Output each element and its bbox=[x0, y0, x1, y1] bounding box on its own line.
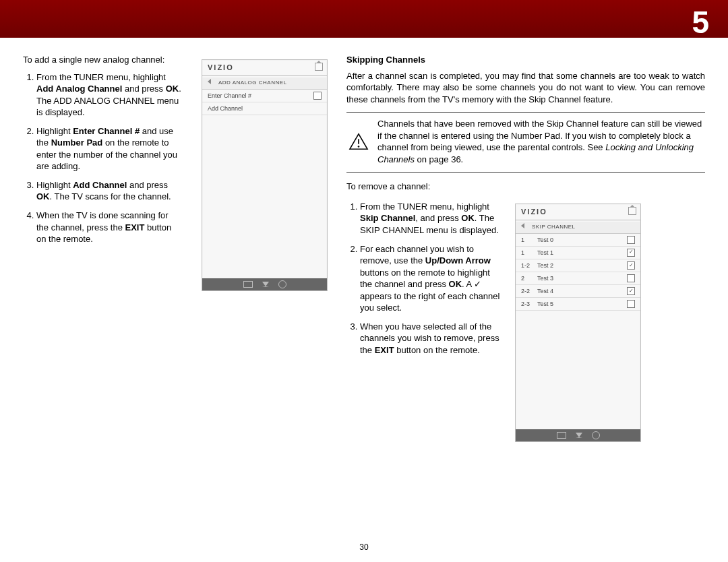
right-paragraph: After a channel scan is completed, you m… bbox=[346, 70, 705, 106]
channel-name: Test 4 bbox=[537, 287, 623, 295]
back-icon bbox=[521, 223, 524, 228]
tv-row-enter-channel: Enter Channel # bbox=[202, 90, 327, 102]
channel-name: Test 2 bbox=[537, 261, 623, 270]
tv-menu-title: SKIP CHANNEL bbox=[516, 222, 640, 234]
channel-name: Test 0 bbox=[537, 236, 623, 244]
channel-number: 2-2 bbox=[521, 287, 533, 295]
tv-add-analog-channel: VIZIO ADD ANALOG CHANNEL Enter Channel #… bbox=[202, 59, 328, 291]
home-icon bbox=[315, 63, 323, 71]
channel-name: Test 1 bbox=[537, 249, 623, 257]
back-icon bbox=[208, 79, 211, 84]
right-step-3: When you have selected all of the channe… bbox=[360, 321, 502, 356]
chapter-number: 5 bbox=[692, 1, 709, 43]
channel-number: 2 bbox=[521, 274, 533, 282]
left-intro: To add a single new analog channel: bbox=[23, 54, 181, 66]
tv-footer-bar bbox=[202, 278, 327, 290]
channel-number: 1 bbox=[521, 236, 533, 244]
channel-name: Test 3 bbox=[537, 274, 623, 282]
tv-channel-row: 1-2Test 2✓ bbox=[516, 259, 640, 272]
left-step-2: Highlight Enter Channel # and use the Nu… bbox=[36, 125, 181, 173]
caution-icon bbox=[346, 118, 371, 165]
v-icon bbox=[262, 282, 269, 287]
wide-icon bbox=[243, 281, 253, 288]
tv-channel-row: 2-2Test 4✓ bbox=[516, 285, 640, 298]
channel-number: 1 bbox=[521, 249, 533, 257]
right-step-2: For each channel you wish to remove, use… bbox=[360, 243, 502, 314]
tv-screenshot-skip-channel: VIZIO SKIP CHANNEL 1Test 01Test 1✓1-2Tes… bbox=[515, 198, 640, 442]
gear-icon bbox=[278, 280, 286, 288]
channel-number: 1-2 bbox=[521, 261, 533, 270]
caution-note: Channels that have been removed with the… bbox=[346, 112, 705, 173]
tv-channel-row: 2Test 3 bbox=[516, 272, 640, 285]
checkbox-icon bbox=[627, 300, 635, 308]
checkbox-icon: ✓ bbox=[627, 261, 635, 270]
tv-footer-bar bbox=[516, 429, 640, 441]
tv-channel-row: 1Test 1✓ bbox=[516, 247, 640, 259]
checkbox-icon bbox=[627, 274, 635, 282]
checkbox-icon: ✓ bbox=[627, 287, 635, 295]
checkbox-icon bbox=[627, 236, 635, 244]
tv-menu-title: ADD ANALOG CHANNEL bbox=[202, 77, 327, 90]
chapter-band: 5 bbox=[0, 0, 728, 38]
channel-number: 2-3 bbox=[521, 300, 533, 308]
wide-icon bbox=[557, 432, 566, 439]
input-box-icon bbox=[313, 92, 322, 100]
v-icon bbox=[576, 433, 582, 438]
right-column: Skipping Channels After a channel scan i… bbox=[346, 54, 705, 442]
tv-channel-row: 1Test 0 bbox=[516, 234, 640, 247]
section-heading: Skipping Channels bbox=[346, 54, 705, 66]
left-column: To add a single new analog channel: From… bbox=[23, 54, 181, 442]
tv-channel-row: 2-3Test 5 bbox=[516, 298, 640, 311]
tv-logo: VIZIO bbox=[516, 204, 640, 218]
page-number: 30 bbox=[23, 542, 705, 553]
left-step-1: From the TUNER menu, highlight Add Analo… bbox=[36, 71, 181, 119]
gear-icon bbox=[592, 431, 600, 439]
tv-logo: VIZIO bbox=[202, 60, 327, 74]
tv-channel-list: 1Test 01Test 1✓1-2Test 2✓2Test 32-2Test … bbox=[516, 234, 640, 429]
tv-screenshot-add-channel: VIZIO ADD ANALOG CHANNEL Enter Channel #… bbox=[202, 54, 326, 442]
left-step-3: Highlight Add Channel and press OK. The … bbox=[36, 179, 181, 203]
checkbox-icon: ✓ bbox=[627, 249, 635, 257]
tv-row-add-channel: Add Channel bbox=[202, 102, 327, 115]
right-step-1: From the TUNER menu, highlight Skip Chan… bbox=[360, 201, 502, 237]
left-step-4: When the TV is done scanning for the cha… bbox=[36, 210, 181, 245]
right-steps: From the TUNER menu, highlight Skip Chan… bbox=[346, 201, 502, 356]
right-steps-col: From the TUNER menu, highlight Skip Chan… bbox=[346, 198, 502, 442]
svg-point-1 bbox=[358, 146, 360, 148]
home-icon bbox=[628, 207, 636, 215]
right-intro: To remove a channel: bbox=[346, 181, 705, 193]
tv-skip-channel: VIZIO SKIP CHANNEL 1Test 01Test 1✓1-2Tes… bbox=[515, 204, 641, 442]
left-steps: From the TUNER menu, highlight Add Analo… bbox=[23, 71, 181, 245]
channel-name: Test 5 bbox=[537, 300, 623, 308]
